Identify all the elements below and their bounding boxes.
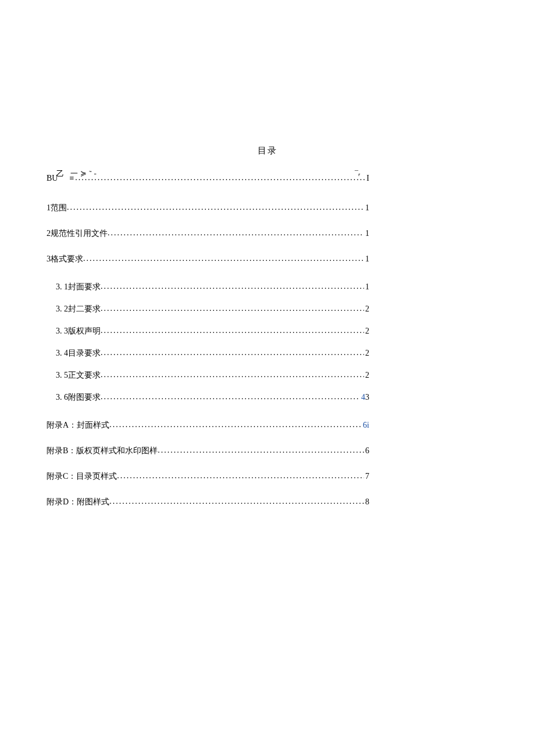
document-page: 目录 、乙 一≽˜- ¯ᵣ BU ≡ I 1范围 1 2规范性引用文件 1 3格… bbox=[0, 0, 535, 569]
toc-label: 3. 4目录要求 bbox=[56, 348, 101, 359]
leader-dots bbox=[101, 370, 364, 379]
toc-page-number: 6 bbox=[364, 446, 369, 456]
toc-page-number: 43 bbox=[360, 393, 369, 402]
toc-entry-preface: BU ≡ I bbox=[47, 174, 369, 183]
leader-dots bbox=[158, 446, 364, 455]
toc-page-number: 1 bbox=[364, 255, 369, 264]
toc-page-number: 6i bbox=[362, 421, 369, 430]
leader-dots bbox=[101, 348, 364, 357]
leader-dots bbox=[101, 326, 364, 335]
toc-entry-3-6: 3. 6附图要求 43 bbox=[47, 392, 369, 403]
toc-entry-format-req: 3格式要求 1 bbox=[47, 254, 369, 264]
toc-entry-scope: 1范围 1 bbox=[47, 203, 369, 213]
leader-dots bbox=[117, 471, 364, 481]
toc-label: 3格式要求 bbox=[47, 254, 83, 264]
toc-entry-3-3: 3. 3版权声明 2 bbox=[47, 326, 369, 336]
toc-label: 3. 3版权声明 bbox=[56, 326, 101, 336]
toc-page-number: 7 bbox=[364, 472, 369, 481]
toc-page-number: 1 bbox=[364, 203, 369, 213]
toc-page-number: 1 bbox=[364, 282, 369, 292]
toc-entry-appendix-c: 附录C：目录页样式 7 bbox=[47, 471, 369, 482]
toc-page-number: 1 bbox=[364, 229, 369, 238]
toc-label: 2规范性引用文件 bbox=[47, 228, 108, 239]
toc-label: 附录A：封面样式 bbox=[47, 420, 109, 431]
toc-label: 3. 2封二要求 bbox=[56, 304, 101, 314]
leader-dots bbox=[101, 282, 364, 291]
toc-page-number: 8 bbox=[364, 497, 369, 507]
toc-page-number: 2 bbox=[364, 304, 369, 314]
leader-dots bbox=[75, 174, 365, 182]
leader-dots bbox=[108, 228, 364, 238]
toc-entry-3-1: 3. 1封面要求 1 bbox=[47, 282, 369, 292]
toc-label: 3. 5正文要求 bbox=[56, 370, 101, 381]
toc-page-number: 2 bbox=[364, 371, 369, 380]
toc-entry-normative-refs: 2规范性引用文件 1 bbox=[47, 228, 369, 239]
toc-label: 附录C：目录页样式 bbox=[47, 471, 117, 482]
toc-entry-3-4: 3. 4目录要求 2 bbox=[47, 348, 369, 359]
toc-page-number: I bbox=[365, 174, 369, 183]
toc-page-number: 2 bbox=[364, 327, 369, 336]
toc-page-number: 2 bbox=[364, 349, 369, 358]
toc-entry-appendix-d: 附录D：附图样式 8 bbox=[47, 497, 369, 507]
leader-dots bbox=[67, 203, 364, 212]
toc-entry-appendix-a: 附录A：封面样式 6i bbox=[47, 420, 369, 431]
toc-title: 目录 bbox=[47, 145, 488, 156]
leader-dots bbox=[83, 254, 364, 263]
leader-dots bbox=[109, 420, 362, 429]
toc-label: 3. 6附图要求 bbox=[56, 392, 101, 403]
toc-label: 1范围 bbox=[47, 203, 67, 213]
toc-entry-3-5: 3. 5正文要求 2 bbox=[47, 370, 369, 381]
toc-entry-3-2: 3. 2封二要求 2 bbox=[47, 304, 369, 314]
toc-label: 3. 1封面要求 bbox=[56, 282, 101, 292]
leader-dots bbox=[109, 497, 364, 506]
toc-entry-appendix-b: 附录B：版权页样式和水印图样 6 bbox=[47, 446, 369, 456]
leader-dots bbox=[101, 304, 364, 313]
toc-label: 附录B：版权页样式和水印图样 bbox=[47, 446, 158, 456]
leader-dots bbox=[101, 392, 360, 402]
toc-label: 附录D：附图样式 bbox=[47, 497, 109, 507]
